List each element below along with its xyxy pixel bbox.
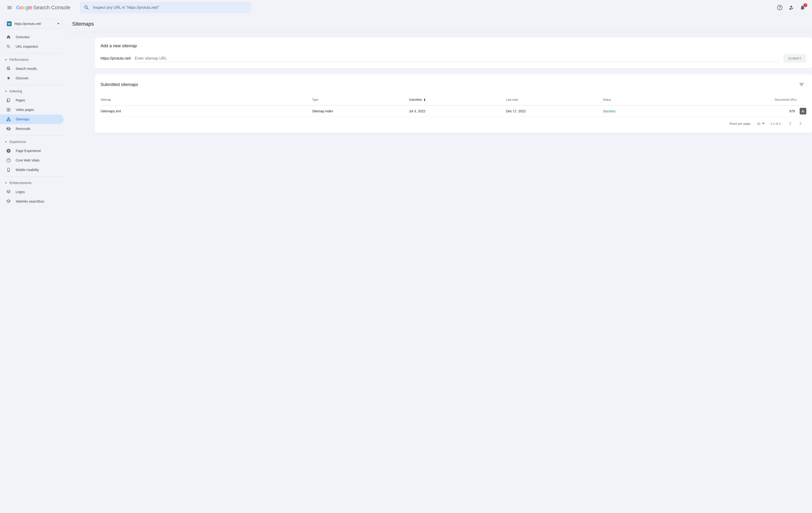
cell-status: Success: [603, 109, 691, 113]
prev-page-button[interactable]: [786, 120, 794, 127]
nav-page-experience[interactable]: Page Experience: [0, 146, 64, 156]
gauge-icon: [6, 158, 11, 163]
chevron-right-icon: [800, 122, 802, 126]
nav-label: Sitelinks searchbox: [16, 199, 45, 203]
nav-mobile-usability[interactable]: Mobile Usability: [0, 165, 64, 174]
hamburger-menu[interactable]: [4, 2, 15, 13]
search-icon: [6, 44, 11, 49]
cell-submitted: Jul 3, 2022: [409, 109, 506, 113]
home-icon: [6, 35, 11, 39]
view-chart-button[interactable]: [800, 108, 806, 114]
nav-label: Overview: [16, 35, 29, 39]
nav-label: URL inspection: [16, 45, 38, 49]
section-label: Indexing: [9, 89, 22, 93]
svg-point-10: [8, 171, 9, 171]
page-title: Sitemaps: [66, 15, 812, 32]
nav-video-pages[interactable]: Video pages: [0, 105, 64, 114]
svg-rect-2: [8, 99, 10, 101]
google-logo: Google: [16, 4, 32, 11]
nav-removals[interactable]: Removals: [0, 124, 64, 133]
wordpress-icon: W: [7, 21, 11, 26]
add-sitemap-card: Add a new sitemap https://protuts.net/ S…: [95, 38, 812, 69]
section-enhancements[interactable]: ▼ Enhancements: [0, 179, 66, 187]
property-selector[interactable]: W https://protuts.net/: [4, 19, 63, 28]
divider: [4, 85, 63, 85]
col-submitted[interactable]: Submitted: [409, 98, 506, 102]
col-type[interactable]: Type: [312, 98, 409, 101]
svg-rect-5: [7, 120, 8, 121]
property-url: https://protuts.net/: [14, 22, 57, 26]
search-icon: [84, 5, 89, 10]
cell-urls: 979: [691, 109, 797, 113]
nav-label: Pages: [16, 98, 25, 102]
divider: [4, 177, 63, 177]
submitted-sitemaps-card: Submitted sitemaps Sitemap Type Submitte…: [95, 74, 812, 133]
google-g-icon: [6, 66, 11, 71]
section-indexing[interactable]: ▼ Indexing: [0, 87, 66, 96]
svg-rect-6: [9, 120, 10, 121]
pages-icon: [6, 98, 11, 103]
nav-url-inspection[interactable]: URL inspection: [0, 42, 64, 51]
rows-per-page-select[interactable]: 10: [757, 122, 764, 126]
page-range: 1-1 of 1: [770, 122, 781, 126]
menu-icon: [7, 5, 12, 10]
filter-button[interactable]: [797, 80, 806, 89]
bar-chart-icon: [801, 109, 805, 113]
eye-off-icon: [6, 126, 11, 131]
col-status[interactable]: Status: [603, 98, 691, 101]
section-label: Experience: [9, 140, 26, 144]
layers-icon: [6, 199, 11, 204]
card-title: Submitted sitemaps: [100, 82, 138, 87]
nav-label: Page Experience: [16, 149, 41, 153]
nav-search-results[interactable]: Search results: [0, 64, 64, 73]
nav-logos[interactable]: Logos: [0, 187, 64, 197]
notifications-button[interactable]: 2: [797, 2, 808, 13]
nav-label: Video pages: [16, 108, 34, 112]
col-urls[interactable]: Discovered URLs: [691, 98, 797, 101]
help-button[interactable]: [774, 2, 785, 13]
nav-core-web-vitals[interactable]: Core Web Vitals: [0, 156, 64, 165]
nav-sitelinks-searchbox[interactable]: Sitelinks searchbox: [0, 197, 64, 206]
arrow-down-icon: [423, 98, 427, 102]
svg-rect-4: [8, 117, 9, 118]
chevron-down-icon: [762, 123, 764, 124]
notification-badge: 2: [804, 3, 807, 7]
nav-overview[interactable]: Overview: [0, 32, 64, 42]
nav-label: Search results: [16, 67, 37, 71]
chevron-down-icon: ▼: [5, 58, 7, 61]
logo[interactable]: Google Search Console: [16, 4, 70, 11]
filter-icon: [799, 82, 804, 87]
nav-label: Removals: [16, 127, 30, 131]
nav-label: Core Web Vitals: [16, 158, 39, 162]
search-input[interactable]: [93, 5, 247, 10]
table-header: Sitemap Type Submitted Last read Status …: [100, 94, 806, 105]
nav-sitemaps[interactable]: Sitemaps: [0, 114, 64, 124]
section-performance[interactable]: ▼ Performance: [0, 55, 66, 64]
divider: [66, 32, 812, 32]
table-row[interactable]: /sitemaps.xml Sitemap index Jul 3, 2022 …: [100, 105, 806, 117]
col-sitemap[interactable]: Sitemap: [100, 98, 312, 101]
nav-label: Sitemaps: [16, 117, 29, 121]
nav-pages[interactable]: Pages: [0, 96, 64, 105]
svg-point-1: [780, 9, 780, 9]
section-label: Enhancements: [9, 181, 32, 185]
search-bar[interactable]: [80, 2, 251, 13]
users-button[interactable]: [785, 2, 797, 13]
video-icon: [6, 107, 11, 112]
circle-plus-icon: [6, 148, 11, 153]
nav-discover[interactable]: Discover: [0, 73, 64, 83]
col-last-read[interactable]: Last read: [506, 98, 603, 101]
main-content: Sitemaps Add a new sitemap https://protu…: [66, 15, 812, 513]
submit-button[interactable]: SUBMIT: [784, 54, 806, 63]
sitemap-url-input[interactable]: [135, 55, 780, 62]
divider: [4, 135, 63, 136]
chevron-left-icon: [789, 122, 791, 126]
chevron-down-icon: ▼: [5, 90, 7, 92]
section-experience[interactable]: ▼ Experience: [0, 137, 66, 146]
phone-icon: [6, 167, 11, 172]
rows-per-page-label: Rows per page:: [729, 122, 751, 126]
card-title: Add a new sitemap: [100, 44, 806, 49]
chevron-down-icon: ▼: [5, 182, 7, 184]
next-page-button[interactable]: [797, 120, 804, 127]
sitemap-icon: [6, 117, 11, 122]
